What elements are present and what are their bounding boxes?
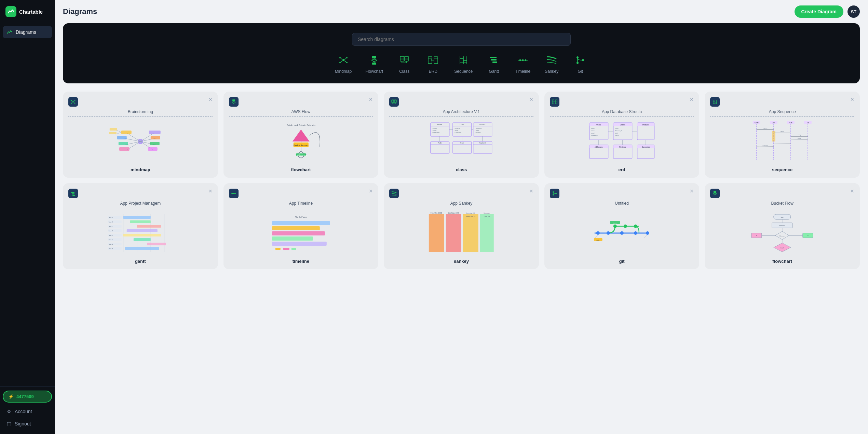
git-filter-icon — [573, 54, 588, 66]
svg-rect-210 — [137, 225, 161, 228]
svg-text:Task C: Task C — [109, 226, 113, 227]
card-preview-appsankey: Iron_Ore_1000 Crushing_1000 Screening_95… — [389, 211, 533, 255]
svg-point-249 — [553, 191, 554, 193]
create-diagram-button[interactable]: Create Diagram — [795, 5, 844, 18]
card-header: ✕ — [229, 189, 373, 198]
card-close-apptimeline[interactable]: ✕ — [369, 189, 373, 193]
card-appsankey[interactable]: ✕ App Sankey Iron_Ore_1000 Crushing_1000 — [384, 183, 539, 269]
card-close-appproject[interactable]: ✕ — [208, 189, 213, 193]
svg-text:Start Instances: Start Instances — [295, 154, 307, 156]
card-header: ✕ — [68, 189, 213, 198]
svg-text:query: query — [798, 134, 801, 136]
card-type-icon-sankey — [389, 189, 399, 198]
svg-text:Product: Product — [479, 123, 486, 125]
gantt-filter-icon — [486, 54, 501, 66]
svg-text:DB: DB — [807, 122, 809, 124]
card-title-apparch: App Architecture V.1 — [389, 109, 533, 117]
svg-rect-75 — [110, 128, 117, 131]
svg-text:Users: Users — [596, 124, 601, 126]
user-avatar[interactable]: ST — [847, 5, 860, 18]
svg-point-250 — [553, 194, 554, 195]
card-close-brainstorming[interactable]: ✕ — [208, 97, 213, 102]
card-appdb[interactable]: ✕ App Database Structu Users PK id name … — [544, 92, 700, 178]
filter-timeline[interactable]: Timeline — [515, 54, 530, 74]
svg-rect-130 — [555, 100, 557, 104]
filter-class[interactable]: Class — [397, 54, 412, 74]
svg-text:PK id: PK id — [615, 127, 619, 129]
sidebar-item-diagrams-label: Diagrams — [16, 29, 36, 35]
svg-line-54 — [74, 101, 74, 101]
svg-marker-10 — [371, 59, 377, 62]
svg-point-257 — [634, 231, 637, 235]
svg-rect-234 — [272, 236, 313, 241]
filter-gantt[interactable]: Gantt — [486, 54, 501, 74]
card-header: ✕ — [229, 97, 373, 107]
card-title-awsflow: AWS Flow — [229, 109, 373, 117]
card-close-apparch[interactable]: ✕ — [529, 97, 533, 102]
filter-mindmap[interactable]: Mindmap — [335, 54, 352, 74]
signout-item[interactable]: ⬚ Signout — [3, 418, 52, 430]
svg-text:email: email — [591, 132, 595, 134]
flowchart-filter-label: Flowchart — [365, 69, 383, 74]
svg-text:Screening_950: Screening_950 — [466, 212, 476, 214]
card-close-untitled[interactable]: ✕ — [690, 189, 694, 193]
svg-text:total: total — [615, 132, 618, 134]
cards-section: ✕ Brainstorming — [55, 83, 868, 277]
svg-rect-69 — [149, 131, 161, 134]
svg-text:Profile: Profile — [437, 123, 442, 125]
card-header: ✕ — [710, 189, 854, 198]
svg-rect-67 — [119, 142, 128, 145]
card-close-bucketflow[interactable]: ✕ — [850, 189, 854, 193]
svg-point-43 — [577, 56, 579, 58]
svg-rect-219 — [134, 238, 151, 241]
svg-rect-72 — [148, 147, 158, 151]
svg-marker-78 — [232, 101, 235, 104]
svg-text:Crushing_1000: Crushing_1000 — [448, 212, 459, 214]
page-title: Diagrams — [63, 7, 97, 16]
filter-flowchart[interactable]: Flowchart — [365, 54, 383, 74]
filter-sankey[interactable]: Sankey — [544, 54, 559, 74]
svg-rect-77 — [232, 99, 235, 101]
card-close-appdb[interactable]: ✕ — [690, 97, 694, 102]
card-close-appsankey[interactable]: ✕ — [529, 189, 533, 193]
search-input[interactable] — [352, 33, 571, 46]
card-preview-bucketflow: Start Process Decision Alt — [710, 211, 854, 255]
svg-text:created_at: created_at — [591, 135, 598, 136]
svg-text:+ checkout(): + checkout() — [455, 132, 462, 133]
logo-area[interactable]: Chartable — [0, 0, 55, 23]
svg-text:Client: Client — [755, 122, 759, 124]
flowchart-filter-icon — [367, 54, 382, 66]
card-close-appseq[interactable]: ✕ — [850, 97, 854, 102]
filter-erd[interactable]: ERD — [425, 54, 440, 74]
svg-text:- name: - name — [432, 130, 437, 131]
card-brainstorming[interactable]: ✕ Brainstorming — [63, 92, 218, 178]
card-apparch[interactable]: ✕ App Architecture V.1 Profile - userId … — [384, 92, 539, 178]
card-label-appsankey: sankey — [389, 259, 533, 264]
sidebar-item-diagrams[interactable]: Diagrams — [3, 26, 52, 38]
filter-git[interactable]: Git — [573, 54, 588, 74]
card-awsflow[interactable]: ✕ AWS Flow Public and Private Subnets De… — [223, 92, 379, 178]
card-untitled[interactable]: ✕ Untitled — [544, 183, 700, 269]
svg-point-40 — [519, 59, 521, 61]
account-label: Account — [15, 409, 32, 414]
card-preview-apparch: Profile - userId - name + getProfile() O… — [389, 119, 533, 164]
card-label-bucketflow: flowchart — [710, 259, 854, 264]
svg-line-5 — [341, 58, 342, 59]
svg-text:Reviews: Reviews — [619, 146, 626, 148]
card-preview-appdb: Users PK id name email created_at Orders… — [550, 119, 694, 164]
card-appseq[interactable]: ✕ App Sequence Client API — [705, 92, 860, 178]
svg-line-74 — [116, 132, 121, 134]
card-appproject[interactable]: ✕ App Project Managem Task A — [63, 183, 218, 269]
svg-line-8 — [344, 61, 346, 62]
account-item[interactable]: ⚙ Account — [3, 405, 52, 418]
card-label-brainstorming: mindmap — [68, 167, 213, 172]
card-bucketflow[interactable]: ✕ Bucket Flow Start Process — [705, 183, 860, 269]
filter-sequence[interactable]: Sequence — [454, 54, 473, 74]
svg-text:Ok: Ok — [807, 235, 809, 236]
logo-text: Chartable — [19, 9, 43, 15]
card-close-awsflow[interactable]: ✕ — [369, 97, 373, 102]
credits-button[interactable]: ⚡ 4477509 — [3, 391, 52, 403]
svg-rect-38 — [492, 62, 497, 63]
card-apptimeline[interactable]: ✕ App Timeline The Big Picture — [223, 183, 379, 269]
card-preview-apptimeline: The Big Picture — [229, 211, 373, 255]
